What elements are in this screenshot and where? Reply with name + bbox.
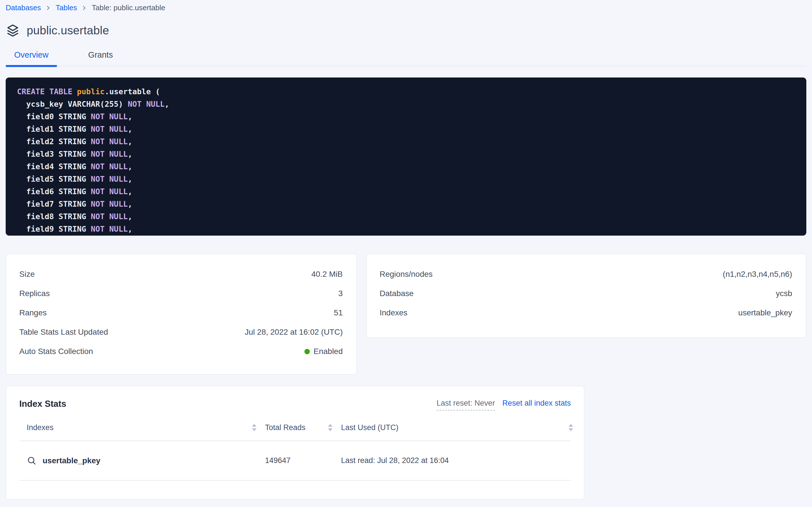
index-stats-header: Index Stats Last reset: Never Reset all … [19, 399, 571, 410]
sql-code-line: ycsb_key VARCHAR(255) NOT NULL, [17, 98, 798, 110]
stat-value: Enabled [304, 347, 343, 356]
column-label: Last Used (UTC) [341, 423, 398, 432]
stat-value: ycsb [776, 289, 792, 298]
index-name-cell: usertable_pkey [19, 456, 258, 466]
last-reset-label: Last reset: Never [437, 399, 495, 410]
stat-label: Indexes [380, 308, 408, 317]
last-used-cell: Last read: Jul 28, 2022 at 16:04 [334, 456, 561, 465]
breadcrumb-current: Table: public.usertable [91, 3, 165, 12]
sql-code-line: field0 STRING NOT NULL, [17, 110, 798, 123]
sql-code-line: field1 STRING NOT NULL, [17, 123, 798, 135]
column-header-indexes[interactable]: Indexes [19, 423, 258, 432]
stat-value: 51 [334, 308, 343, 317]
sql-code-line: field5 STRING NOT NULL, [17, 173, 798, 185]
page-title: public.usertable [27, 24, 109, 37]
table-details-card: Size40.2 MiBReplicas3Ranges51Table Stats… [6, 253, 357, 375]
stat-label: Table Stats Last Updated [19, 328, 108, 337]
tab-overview[interactable]: Overview [6, 50, 57, 66]
chevron-right-icon [46, 5, 51, 11]
breadcrumb-tables[interactable]: Tables [56, 3, 77, 12]
sql-code-line: field8 STRING NOT NULL, [17, 210, 798, 223]
column-label: Total Reads [265, 423, 306, 432]
breadcrumb: Databases Tables Table: public.usertable [6, 0, 806, 12]
stat-label: Ranges [19, 308, 47, 317]
chevron-right-icon [82, 5, 86, 11]
column-header-last-used[interactable]: Last Used (UTC) [334, 423, 561, 432]
status-dot [304, 349, 310, 354]
stat-label: Replicas [19, 289, 50, 298]
stat-value: Jul 28, 2022 at 16:02 (UTC) [245, 328, 343, 337]
stat-row: Replicas3 [19, 284, 343, 303]
sql-code-line: field9 STRING NOT NULL, [17, 223, 798, 235]
total-reads-cell: 149647 [258, 456, 334, 465]
stat-row: Indexesusertable_pkey [380, 303, 792, 323]
sort-icon[interactable] [328, 424, 334, 431]
stat-value: usertable_pkey [738, 308, 792, 317]
stat-value: 40.2 MiB [312, 270, 343, 279]
table-placement-card: Regions/nodes(n1,n2,n3,n4,n5,n6)Database… [366, 253, 806, 338]
stat-row: Ranges51 [19, 303, 343, 323]
sql-code-line: field4 STRING NOT NULL, [17, 160, 798, 173]
search-icon[interactable] [27, 456, 37, 466]
reset-index-stats-link[interactable]: Reset all index stats [502, 399, 571, 408]
column-header-total-reads[interactable]: Total Reads [258, 423, 334, 432]
sql-code-line: field3 STRING NOT NULL, [17, 148, 798, 160]
stat-value: 3 [338, 289, 343, 298]
stat-row: Size40.2 MiB [19, 265, 343, 284]
column-header-sort-end[interactable] [561, 424, 571, 431]
summary-cards: Size40.2 MiBReplicas3Ranges51Table Stats… [6, 253, 806, 375]
index-name[interactable]: usertable_pkey [43, 456, 101, 465]
table-detail-page: Databases Tables Table: public.usertable… [0, 0, 812, 500]
sql-code-line: field2 STRING NOT NULL, [17, 135, 798, 148]
sort-icon[interactable] [252, 424, 258, 431]
page-header: public.usertable [6, 23, 806, 37]
index-stats-table-header: Indexes Total Reads Last Used (UTC) [19, 414, 571, 441]
column-label: Indexes [27, 423, 54, 432]
tab-grants[interactable]: Grants [80, 50, 121, 66]
stat-row: Auto Stats CollectionEnabled [19, 342, 343, 361]
stack-icon [6, 23, 20, 37]
stat-label: Size [19, 270, 35, 279]
breadcrumb-databases[interactable]: Databases [6, 3, 41, 12]
sql-code-line: field7 STRING NOT NULL, [17, 198, 798, 210]
sql-code-line: CREATE TABLE public.usertable ( [17, 86, 798, 98]
sort-icon[interactable] [569, 424, 574, 431]
stat-row: Table Stats Last UpdatedJul 28, 2022 at … [19, 323, 343, 342]
stat-row: Regions/nodes(n1,n2,n3,n4,n5,n6) [380, 265, 792, 284]
index-stats-title: Index Stats [19, 399, 66, 409]
stat-label: Regions/nodes [380, 270, 433, 279]
stat-value: (n1,n2,n3,n4,n5,n6) [723, 270, 792, 279]
index-stats-actions: Last reset: Never Reset all index stats [437, 399, 571, 410]
stat-label: Database [380, 289, 414, 298]
sql-code-line: field6 STRING NOT NULL, [17, 185, 798, 198]
index-stats-card: Index Stats Last reset: Never Reset all … [6, 386, 584, 500]
index-stats-table: Indexes Total Reads Last Used (UTC) [19, 414, 571, 481]
stat-label: Auto Stats Collection [19, 347, 93, 356]
stat-row: Databaseycsb [380, 284, 792, 303]
tab-bar: Overview Grants [6, 50, 806, 66]
table-row: usertable_pkey 149647 Last read: Jul 28,… [19, 441, 571, 481]
create-table-sql-block: CREATE TABLE public.usertable ( ycsb_key… [6, 77, 806, 236]
